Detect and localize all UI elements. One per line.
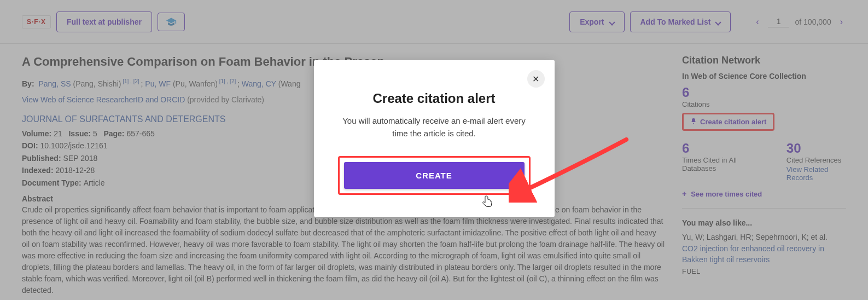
- citation-alert-modal: ✕ Create citation alert You will automat…: [314, 60, 555, 217]
- modal-overlay: ✕ Create citation alert You will automat…: [0, 0, 868, 300]
- cursor-icon: [482, 195, 494, 209]
- close-icon[interactable]: ✕: [527, 70, 545, 88]
- modal-body: You will automatically receive an e-mail…: [338, 115, 531, 140]
- modal-title: Create citation alert: [338, 91, 531, 106]
- create-button[interactable]: CREATE: [344, 162, 525, 189]
- create-button-highlight: CREATE: [338, 156, 531, 195]
